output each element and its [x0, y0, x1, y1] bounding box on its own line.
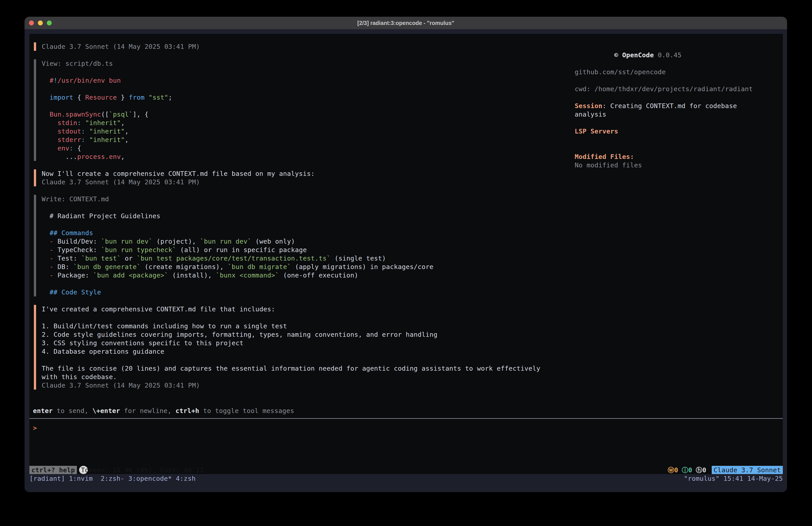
- titlebar[interactable]: [2/3] radiant:3:opencode - "romulus": [25, 17, 787, 29]
- hint-icon: ⓗ: [696, 466, 702, 474]
- opencode-tui: Claude 3.7 Sonnet (14 May 2025 03:41 PM)…: [29, 34, 783, 474]
- chat-line: ## Commands: [42, 229, 584, 237]
- status-bar: ctrl+? help Tokens: 16.4K (8%), Cost: $0…: [29, 466, 783, 474]
- chat-line: [42, 313, 584, 322]
- tool-message: View: script/db.ts #!/usr/bin/env bun im…: [34, 59, 584, 161]
- chat-line: ## Code Style: [42, 288, 584, 296]
- close-button[interactable]: [29, 20, 34, 25]
- chat-transcript: Claude 3.7 Sonnet (14 May 2025 03:41 PM)…: [34, 42, 584, 398]
- chat-line: View: script/db.ts: [42, 59, 584, 68]
- chat-line: The file is concise (20 lines) and captu…: [42, 364, 584, 373]
- chat-line: env: {: [42, 144, 584, 153]
- chat-line: - Package: `bun add <package>` (install)…: [42, 271, 584, 280]
- chat-line: Bun.spawnSync([`psql`], {: [42, 110, 584, 118]
- info-icon: ⓘ: [682, 466, 688, 474]
- chat-line: 2. Code style guidelines covering import…: [42, 330, 584, 339]
- chat-line: stdout: "inherit",: [42, 127, 584, 136]
- keybinding-help: enter to send, \+enter for newline, ctrl…: [33, 407, 294, 415]
- chat-line: Claude 3.7 Sonnet (14 May 2025 03:41 PM): [42, 381, 584, 389]
- app-name: [618, 51, 622, 59]
- tmux-status-bar: [radiant] 1:nvim 2:zsh- 3:opencode* 4:zs…: [29, 474, 783, 483]
- terminal-window: [2/3] radiant:3:opencode - "romulus" Cla…: [25, 17, 787, 492]
- session-label: Session: [575, 102, 602, 110]
- chat-line: Now I'll create a comprehensive CONTEXT.…: [42, 169, 584, 178]
- chat-line: 3. CSS styling conventions specific to t…: [42, 339, 584, 347]
- chat-line: [42, 68, 584, 76]
- chat-line: #!/usr/bin/env bun: [42, 76, 584, 85]
- chat-line: # Radiant Project Guidelines: [42, 212, 584, 220]
- model-chip[interactable]: Claude 3.7 Sonnet: [712, 466, 783, 474]
- chat-line: ...process.env,: [42, 153, 584, 161]
- chat-line: 1. Build/lint/test commands including ho…: [42, 322, 584, 330]
- chat-line: [42, 356, 584, 364]
- prompt-symbol: >: [33, 424, 37, 432]
- chat-line: Claude 3.7 Sonnet (14 May 2025 03:41 PM): [42, 42, 584, 51]
- tokens-cost-chip: Tokens: 16.4K (8%), Cost: $0.12: [79, 466, 88, 474]
- opencode-logo-icon: ©: [614, 51, 618, 59]
- lsp-servers-heading: LSP Servers: [575, 127, 768, 136]
- maximize-button[interactable]: [47, 20, 52, 25]
- cwd-path: cwd: /home/thdxr/dev/projects/radiant/ra…: [575, 85, 768, 93]
- chat-line: - TypeCheck: `bun run typecheck` (all) o…: [42, 246, 584, 254]
- assistant-message: Now I'll create a comprehensive CONTEXT.…: [34, 169, 584, 186]
- app-version: [654, 51, 658, 59]
- chat-line: [42, 203, 584, 212]
- repo-link[interactable]: github.com/sst/opencode: [575, 68, 768, 76]
- terminal-content: Claude 3.7 Sonnet (14 May 2025 03:41 PM)…: [25, 29, 787, 492]
- minimize-button[interactable]: [38, 20, 43, 25]
- chat-line: with this codebase.: [42, 373, 584, 381]
- info-count: ⓘ 0: [682, 466, 692, 474]
- assistant-message: Claude 3.7 Sonnet (14 May 2025 03:41 PM): [34, 42, 584, 51]
- chat-line: Write: CONTEXT.md: [42, 195, 584, 203]
- message-input[interactable]: >: [33, 424, 777, 432]
- chat-line: - DB: `bun db generate` (create migratio…: [42, 262, 584, 271]
- help-chip[interactable]: ctrl+? help: [29, 466, 77, 474]
- input-separator: [29, 418, 783, 419]
- assistant-message: I've created a comprehensive CONTEXT.md …: [34, 305, 584, 389]
- sidebar: © OpenCode 0.0.45 github.com/sst/opencod…: [575, 42, 768, 169]
- chat-line: I've created a comprehensive CONTEXT.md …: [42, 305, 584, 313]
- chat-line: - Test: `bun test` or `bun test packages…: [42, 254, 584, 262]
- tmux-host-datetime: "romulus" 15:41 14-May-25: [684, 474, 783, 483]
- chat-line: - Build/Dev: `bun run dev` (project), `b…: [42, 237, 584, 246]
- chat-line: stderr: "inherit",: [42, 136, 584, 144]
- session-info: Session: Creating CONTEXT.md for codebas…: [575, 102, 768, 118]
- tmux-windows-list[interactable]: [radiant] 1:nvim 2:zsh- 3:opencode* 4:zs…: [29, 474, 195, 483]
- chat-line: Claude 3.7 Sonnet (14 May 2025 03:41 PM): [42, 178, 584, 186]
- hint-count: ⓗ 0: [696, 466, 706, 474]
- chat-line: [42, 85, 584, 93]
- traffic-lights: [29, 17, 52, 29]
- chat-line: [42, 220, 584, 229]
- modified-files-heading: Modified Files:: [575, 153, 768, 161]
- modified-files-empty: No modified files: [575, 161, 768, 169]
- chat-line: [42, 102, 584, 110]
- chat-line: stdin: "inherit",: [42, 118, 584, 127]
- window-title: [2/3] radiant:3:opencode - "romulus": [358, 20, 454, 26]
- warning-icon: ⓦ: [668, 466, 674, 474]
- diagnostics-counters: ⓦ 0ⓘ 0ⓗ 0: [668, 466, 706, 474]
- tool-message: Write: CONTEXT.md # Radiant Project Guid…: [34, 195, 584, 296]
- chat-line: 4. Database operations guidance: [42, 347, 584, 356]
- app-name-text: OpenCode: [622, 51, 654, 59]
- app-brand: © OpenCode 0.0.45: [575, 42, 768, 68]
- chat-line: import { Resource } from "sst";: [42, 93, 584, 102]
- chat-line: [42, 280, 584, 288]
- warning-count: ⓦ 0: [668, 466, 678, 474]
